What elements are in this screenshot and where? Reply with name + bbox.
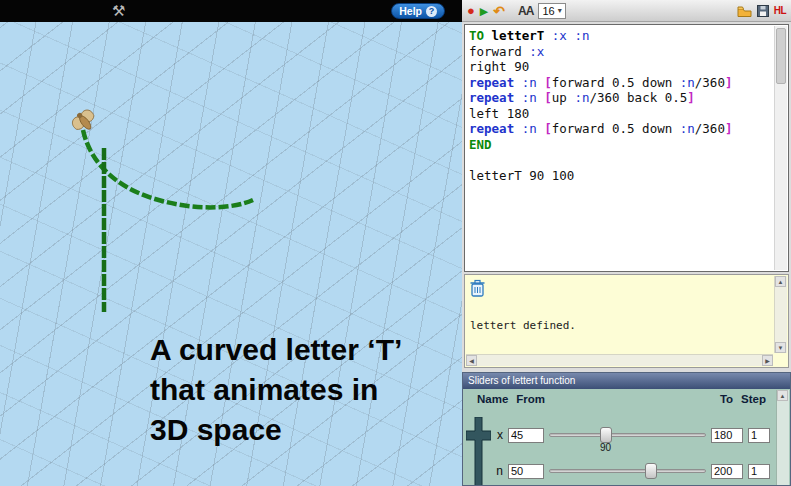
slider-track[interactable] (549, 469, 706, 473)
help-button[interactable]: Help ? (391, 3, 445, 19)
save-icon[interactable] (757, 5, 769, 17)
param-name-x: x (493, 428, 503, 442)
code-scrollbar[interactable] (774, 26, 787, 270)
from-input-n[interactable] (508, 464, 544, 479)
slider-track[interactable] (549, 433, 706, 437)
slider-x: 90 (549, 425, 706, 445)
column-headers-right: To Step (720, 393, 766, 405)
clear-console-button[interactable] (469, 279, 489, 299)
from-input-x[interactable] (508, 428, 544, 443)
code-line: repeat :n [forward 0.5 down :n/360] (469, 121, 772, 137)
code-editor: TO letterT :x :nforward :xright 90repeat… (464, 24, 789, 272)
slider-handle[interactable] (600, 427, 612, 443)
editor-panel: ● ▶ ↶ AA 16 ▾ HL TO letterT :x :nforward… (462, 0, 791, 486)
scroll-right-icon[interactable]: ▶ (762, 355, 773, 366)
console: lettert defined. ▲ ▼ ◀ ▶ (464, 274, 789, 368)
col-to: To (720, 393, 733, 405)
chevron-down-icon: ▾ (558, 6, 562, 15)
caption-text: A curved letter ‘T’ that animates in 3D … (150, 330, 402, 450)
sliders-panel-title: Sliders of lettert function (463, 373, 790, 389)
step-input-x[interactable] (748, 428, 770, 443)
slider-handle[interactable] (645, 463, 657, 479)
code-scrollbar-thumb[interactable] (776, 28, 786, 84)
open-folder-icon[interactable] (737, 5, 752, 17)
lettert-function-icon (466, 417, 491, 485)
to-input-x[interactable] (711, 428, 743, 443)
code-line (469, 152, 772, 168)
caption-line-2: that animates in (150, 370, 402, 410)
slider-row-n: n (493, 461, 770, 481)
console-vscrollbar[interactable]: ▲ ▼ (774, 276, 787, 353)
code-line: left 180 (469, 106, 772, 122)
scroll-up-icon[interactable]: ▲ (775, 276, 786, 287)
export-icon[interactable]: HL (774, 5, 786, 16)
run-icon[interactable]: ▶ (480, 5, 488, 17)
help-label: Help (399, 5, 422, 17)
scroll-up-icon[interactable]: ▲ (777, 390, 788, 401)
letter-t-curve (83, 130, 253, 207)
code-line: TO letterT :x :n (469, 28, 772, 44)
sliders-scrollbar[interactable]: ▲ (776, 390, 789, 485)
code-line: repeat :n [up :n/360 back 0.5] (469, 90, 772, 106)
font-size-select[interactable]: 16 ▾ (538, 3, 565, 19)
param-name-n: n (493, 464, 503, 478)
slider-current-value: 90 (600, 442, 611, 453)
sliders-body: Name From To Step x 90 (463, 389, 790, 485)
column-headers-left: Name From (477, 393, 545, 405)
code-line: letterT 90 100 (469, 168, 772, 184)
code-area[interactable]: TO letterT :x :nforward :xright 90repeat… (469, 28, 772, 268)
logo3d-app: ⚒ Help ? A curved letter ‘T’ that animat… (0, 0, 791, 486)
undo-icon[interactable]: ↶ (493, 5, 505, 17)
font-size-value: 16 (542, 5, 554, 17)
tools-icon[interactable]: ⚒ (112, 2, 125, 20)
slider-n (549, 461, 706, 481)
scroll-left-icon[interactable]: ◀ (466, 355, 477, 366)
code-line: right 90 (469, 59, 772, 75)
sliders-panel: Sliders of lettert function Name From To… (462, 372, 791, 486)
console-hscrollbar[interactable]: ◀ ▶ (466, 354, 773, 366)
slider-row-x: x 90 (493, 425, 770, 445)
view-panel: ⚒ Help ? A curved letter ‘T’ that animat… (0, 0, 462, 486)
step-input-n[interactable] (748, 464, 770, 479)
col-step: Step (741, 393, 766, 405)
col-name: Name (477, 393, 508, 405)
question-mark-icon: ? (426, 6, 437, 17)
to-input-n[interactable] (711, 464, 743, 479)
trash-icon (469, 279, 486, 297)
editor-toolbar: ● ▶ ↶ AA 16 ▾ HL (462, 0, 791, 22)
caption-line-1: A curved letter ‘T’ (150, 330, 402, 370)
code-line: forward :x (469, 44, 772, 60)
console-message: lettert defined. (470, 319, 576, 332)
scroll-down-icon[interactable]: ▼ (775, 342, 786, 353)
view-topbar: ⚒ Help ? (0, 0, 462, 22)
caption-line-3: 3D space (150, 410, 402, 450)
font-icon: AA (518, 4, 533, 18)
code-line: END (469, 137, 772, 153)
code-line: repeat :n [forward 0.5 down :n/360] (469, 75, 772, 91)
stop-icon[interactable]: ● (467, 5, 475, 17)
col-from: From (516, 393, 545, 405)
